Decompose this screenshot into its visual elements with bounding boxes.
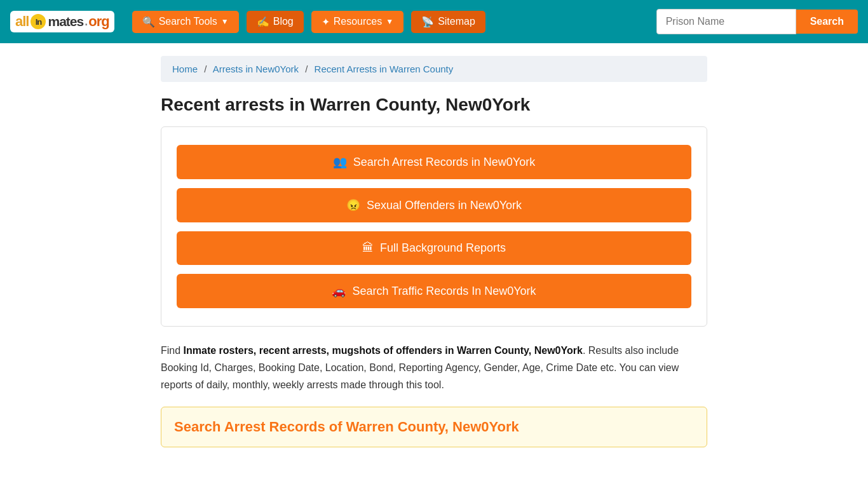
resources-label: Resources [334,16,382,27]
group-icon: 👥 [333,155,347,169]
logo[interactable]: allInmates.org [10,11,114,32]
background-reports-button[interactable]: 🏛 Full Background Reports [177,231,691,265]
search-icon: 🔍 [142,16,155,28]
breadcrumb: Home / Arrests in New0York / Recent Arre… [161,56,707,82]
background-reports-label: Full Background Reports [380,241,506,255]
sexual-offenders-label: Sexual Offenders in New0York [367,199,522,212]
offender-icon: 😠 [346,198,360,212]
sitemap-icon: 📡 [421,16,434,28]
sitemap-label: Sitemap [438,16,475,27]
logo-mates: mates [48,14,83,29]
blog-icon: ✍ [257,16,269,28]
logo-dot: . [85,15,87,29]
search-btn-label: Search [810,16,844,27]
navbar: allInmates.org 🔍 Search Tools ▼ ✍ Blog ✦… [0,0,868,43]
search-tools-button[interactable]: 🔍 Search Tools ▼ [132,11,239,33]
blog-button[interactable]: ✍ Blog [247,11,304,33]
search-tools-label: Search Tools [159,16,217,27]
description: Find Inmate rosters, recent arrests, mug… [161,342,707,394]
chevron-down-icon: ▼ [221,17,229,26]
prison-search-button[interactable]: Search [796,10,858,34]
prison-search-area: Search [656,9,858,34]
description-intro: Find [161,345,184,356]
resources-icon: ✦ [322,16,330,28]
search-records-title: Search Arrest Records of Warren County, … [174,419,694,435]
breadcrumb-home[interactable]: Home [172,64,198,74]
logo-all: all [15,13,29,30]
chevron-down-icon-2: ▼ [386,17,393,26]
breadcrumb-sep-1: / [204,64,207,74]
search-arrest-records-button[interactable]: 👥 Search Arrest Records in New0York [177,145,691,179]
traffic-records-label: Search Traffic Records In New0York [352,285,536,298]
breadcrumb-arrests[interactable]: Arrests in New0York [213,64,299,74]
breadcrumb-sep-2: / [305,64,308,74]
sexual-offenders-button[interactable]: 😠 Sexual Offenders in New0York [177,188,691,222]
page-title: Recent arrests in Warren County, New0Yor… [161,95,707,115]
blog-label: Blog [273,16,294,27]
action-card: 👥 Search Arrest Records in New0York 😠 Se… [161,126,707,327]
search-records-box: Search Arrest Records of Warren County, … [161,407,707,447]
search-arrest-records-label: Search Arrest Records in New0York [353,156,535,169]
building-icon: 🏛 [362,241,374,255]
resources-button[interactable]: ✦ Resources ▼ [311,11,403,33]
logo-icon: In [31,14,46,29]
logo-org: org [88,13,109,30]
logo-box: allInmates.org [10,11,114,32]
car-icon: 🚗 [332,284,346,298]
breadcrumb-current: Recent Arrests in Warren County [315,64,454,74]
traffic-records-button[interactable]: 🚗 Search Traffic Records In New0York [177,274,691,308]
description-bold: Inmate rosters, recent arrests, mugshots… [184,345,583,356]
prison-search-input[interactable] [656,9,796,34]
content-area: Home / Arrests in New0York / Recent Arre… [148,43,720,460]
sitemap-button[interactable]: 📡 Sitemap [411,11,485,33]
